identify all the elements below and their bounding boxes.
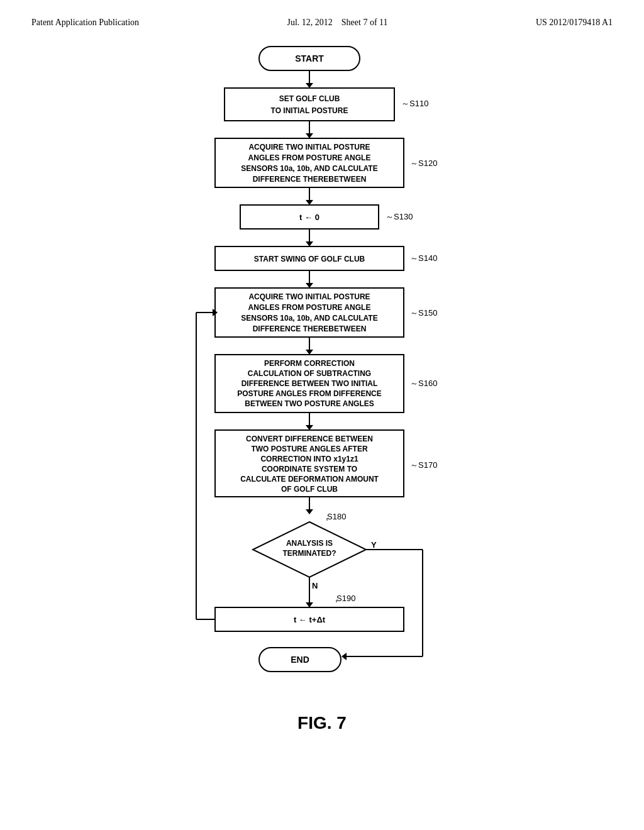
s170-line3: CORRECTION INTO x1y1z1 <box>260 455 358 463</box>
s120-line4: DIFFERENCE THEREBETWEEN <box>253 175 367 184</box>
header-date-sheet: Jul. 12, 2012 Sheet 7 of 11 <box>287 18 387 28</box>
s120-line2: ANGLES FROM POSTURE ANGLE <box>248 153 371 162</box>
start-label: START <box>295 53 324 64</box>
s170-line4: COORDINATE SYSTEM TO <box>262 465 357 473</box>
s160-line2: CALCULATION OF SUBTRACTING <box>248 369 371 378</box>
svg-marker-8 <box>306 200 313 205</box>
s120-line3: SENSORS 10a, 10b, AND CALCULATE <box>241 164 377 173</box>
s170-line2: TWO POSTURE ANGLES AFTER <box>251 445 367 453</box>
s170-line5: CALCULATE DEFORMATION AMOUNT <box>240 475 379 484</box>
s190-step-label: S190 <box>336 594 355 603</box>
svg-marker-14 <box>306 283 313 288</box>
svg-marker-17 <box>306 350 313 355</box>
svg-rect-3 <box>225 88 394 121</box>
svg-marker-11 <box>306 241 313 246</box>
s110-step: ～S110 <box>401 99 428 108</box>
svg-marker-20 <box>306 425 313 430</box>
s130-step: ～S130 <box>386 212 413 221</box>
s110-line2: TO INITIAL POSTURE <box>271 106 348 115</box>
s180-line1: ANALYSIS IS <box>286 539 333 548</box>
svg-marker-2 <box>306 83 313 88</box>
s160-step: ～S160 <box>410 379 437 388</box>
end-label: END <box>291 655 309 665</box>
flowchart-diagram: text { font-family: Arial, Helvetica, sa… <box>158 40 486 707</box>
header-publication: Patent Application Publication <box>31 18 139 28</box>
s170-step: ～S170 <box>410 460 437 470</box>
s170-line6: OF GOLF CLUB <box>281 485 338 494</box>
figure-label: FIG. 7 <box>297 713 347 733</box>
s150-line2: ANGLES FROM POSTURE ANGLE <box>248 303 371 312</box>
svg-marker-5 <box>306 133 313 138</box>
yes-label: Y <box>371 540 377 550</box>
svg-marker-37 <box>341 653 347 660</box>
svg-marker-28 <box>306 602 313 607</box>
s180-line2: TERMINATED? <box>282 549 336 558</box>
no-label: N <box>312 581 318 590</box>
s110-line1: SET GOLF CLUB <box>279 94 340 103</box>
s150-line3: SENSORS 10a, 10b, AND CALCULATE <box>241 314 377 323</box>
s120-line1: ACQUIRE TWO INITIAL POSTURE <box>248 143 370 152</box>
page-header: Patent Application Publication Jul. 12, … <box>0 0 644 28</box>
s140-text: START SWING OF GOLF CLUB <box>254 255 365 263</box>
s120-step: ～S120 <box>410 158 437 168</box>
header-sheet: Sheet 7 of 11 <box>341 18 388 27</box>
header-date: Jul. 12, 2012 <box>287 18 332 27</box>
s160-line3: DIFFERENCE BETWEEN TWO INITIAL <box>242 379 378 388</box>
s150-line4: DIFFERENCE THEREBETWEEN <box>253 324 367 333</box>
s180-step-label: S180 <box>327 512 346 521</box>
s160-line5: BETWEEN TWO POSTURE ANGLES <box>245 399 374 408</box>
s150-step: ～S150 <box>410 308 437 318</box>
s170-line1: CONVERT DIFFERENCE BETWEEN <box>246 434 373 443</box>
s160-line4: POSTURE ANGLES FROM DIFFERENCE <box>237 389 382 398</box>
s150-line1: ACQUIRE TWO INITIAL POSTURE <box>248 292 370 301</box>
s140-step: ～S140 <box>410 253 437 263</box>
s190-text: t ← t+Δt <box>294 615 326 624</box>
svg-marker-23 <box>306 509 313 514</box>
s160-line1: PERFORM CORRECTION <box>264 359 355 368</box>
s130-text: t ← 0 <box>299 213 319 222</box>
header-patent-number: US 2012/0179418 A1 <box>536 18 613 28</box>
